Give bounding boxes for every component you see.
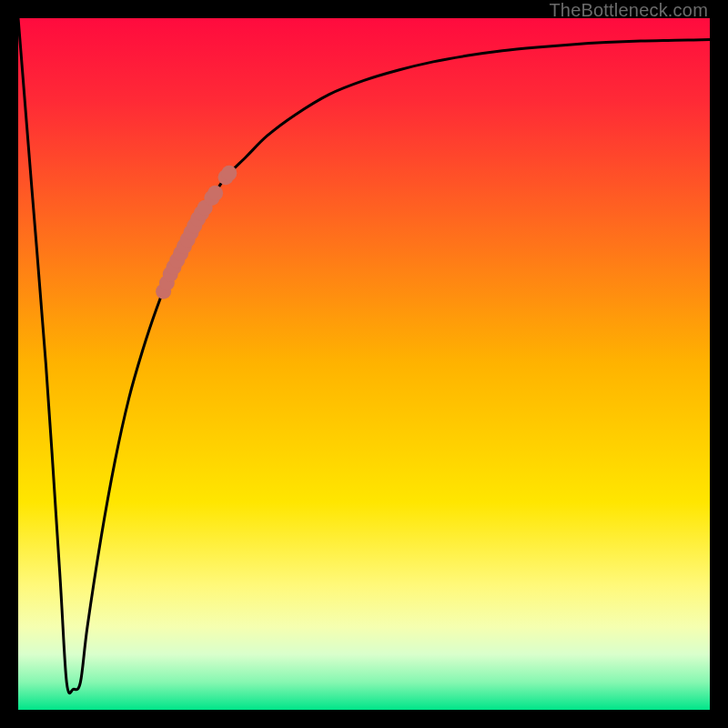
plot-area bbox=[18, 18, 710, 710]
marker-point bbox=[221, 166, 237, 181]
curve-layer bbox=[18, 18, 710, 710]
attribution-text: TheBottleneck.com bbox=[549, 0, 708, 21]
marker-point bbox=[207, 186, 223, 201]
chart-frame: TheBottleneck.com bbox=[0, 0, 728, 728]
highlighted-points bbox=[156, 166, 237, 299]
bottleneck-curve bbox=[18, 18, 710, 693]
